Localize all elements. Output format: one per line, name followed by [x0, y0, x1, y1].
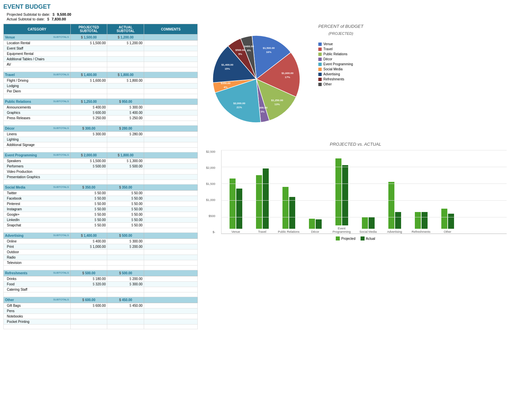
bar-group: Event Programming — [331, 158, 353, 233]
table-row — [4, 292, 198, 297]
pie-pct-label: 21% — [237, 106, 242, 109]
pie-pct-label: 13% — [274, 103, 280, 106]
bar-title: PROJECTED vs. ACTUAL — [204, 142, 507, 147]
legend-color — [318, 78, 322, 81]
pie-label: $1,500.00 — [263, 47, 275, 50]
pie-pct-label: 6% — [247, 49, 251, 52]
bar-actual — [369, 217, 375, 229]
pie-label: $2,000.00 — [233, 102, 245, 105]
legend-item: Advertising — [318, 72, 363, 76]
table-row: Additional Signage — [4, 142, 198, 148]
table-row: Graphics $ 600.00 $ 400.00 — [4, 110, 198, 116]
legend-item: Refreshments — [318, 77, 363, 81]
projected-subtotal-value: 9,500.00 — [57, 12, 71, 16]
table-row: Social MediaSUBTOTALS $ 350.00 $ 350.00 — [4, 185, 198, 191]
legend-label: Venue — [323, 42, 333, 46]
table-row: Pinterest $ 50.00 $ 50.00 — [4, 201, 198, 207]
projected-dollar: $ — [53, 12, 55, 16]
page-title: EVENT BUDGET — [3, 3, 507, 10]
bar-legend-item: Projected — [336, 236, 355, 240]
pie-subtitle: (PROJECTED) — [318, 31, 363, 36]
table-row — [4, 148, 198, 152]
legend-item: Social Media — [318, 67, 363, 71]
bar-group: Refreshments — [410, 212, 432, 233]
bar-group-label: Public Relations — [278, 230, 300, 233]
bar-projected — [335, 158, 341, 225]
gridline — [221, 234, 507, 234]
bar-actual — [342, 165, 348, 225]
table-row: Public RelationsSUBTOTALS $ 1,250.00 $ 9… — [4, 99, 198, 105]
table-header: CATEGORY PROJECTED SUBTOTAL ACTUAL SUBTO… — [4, 24, 198, 34]
y-axis-label: $2,500 — [206, 150, 215, 153]
pie-pct-label: 16% — [266, 51, 271, 54]
table-row: Pocket Printing — [4, 319, 198, 325]
bar-projected — [415, 212, 421, 229]
legend-item: Event Programming — [318, 62, 363, 66]
bar-group: Advertising — [384, 182, 405, 233]
pie-label: $400.00 — [244, 45, 254, 48]
table-row — [4, 325, 198, 329]
table-row: Notebooks — [4, 314, 198, 319]
legend-color — [318, 43, 322, 46]
bar-actual — [448, 214, 454, 229]
table-row: Speakers $ 1,500.00 $ 1,300.00 — [4, 158, 198, 164]
bar-group: Décor — [304, 219, 326, 233]
table-row — [4, 266, 198, 270]
legend-label: Décor — [323, 57, 332, 61]
bar-group: Other — [437, 209, 458, 233]
table-row: OtherSUBTOTALS $ 600.00 $ 450.00 — [4, 297, 198, 303]
bar-projected — [282, 187, 289, 229]
pie-pct-label: 17% — [285, 76, 290, 79]
actual-dollar: $ — [47, 17, 49, 21]
bar-legend-label: Actual — [366, 237, 375, 240]
table-row — [4, 94, 198, 99]
table-row: Per Diem — [4, 89, 198, 94]
bar-actual — [236, 189, 242, 229]
table-row: Gift Bags $ 600.00 $ 450.00 — [4, 303, 198, 308]
legend-color — [318, 53, 322, 56]
y-axis-label: $- — [213, 230, 215, 234]
pie-label: $500.00 — [235, 49, 245, 52]
table-row: Performers $ 500.00 $ 500.00 — [4, 164, 198, 169]
bar-group-label: Event Programming — [331, 227, 353, 233]
legend-color — [318, 63, 322, 66]
bar-projected — [230, 179, 236, 229]
pie-chart: $1,500.0016%$1,600.0017%$1,250.0013%$300… — [204, 24, 312, 132]
table-row: Lighting — [4, 137, 198, 142]
header-actual: ACTUAL SUBTOTAL — [107, 24, 144, 34]
legend-label: Event Programming — [323, 62, 353, 66]
pie-pct-label: 15% — [225, 67, 230, 70]
table-row: Lodging — [4, 83, 198, 89]
y-axis-label: $2,000 — [206, 166, 215, 169]
budget-table: CATEGORY PROJECTED SUBTOTAL ACTUAL SUBTO… — [3, 24, 198, 329]
table-row: Additional Tables / Chairs — [4, 57, 198, 62]
bar-legend-label: Projected — [341, 237, 355, 240]
table-row: Print $ 1,000.00 $ 200.00 — [4, 244, 198, 250]
legend-label: Social Media — [323, 67, 342, 71]
legend-label: Public Relations — [323, 52, 347, 56]
table-row — [4, 121, 198, 126]
table-row: Instagram $ 50.00 $ 50.00 — [4, 207, 198, 212]
table-row: Snapchat $ 50.00 $ 50.00 — [4, 223, 198, 228]
pie-pct-label: 3% — [261, 110, 265, 113]
bar-group: Social Media — [357, 217, 379, 233]
legend-label: Refreshments — [323, 77, 344, 81]
actual-subtotal-value: 7,830.00 — [52, 17, 66, 21]
actual-subtotal-row: Actual Subtotal to date: $ 7,830.00 — [3, 17, 507, 21]
table-row: Pens — [4, 308, 198, 314]
pie-pct-label: 4% — [224, 86, 228, 89]
bar-group-label: Venue — [225, 230, 247, 233]
table-row: TravelSUBTOTALS $ 1,400.00 $ 1,800.00 — [4, 72, 198, 78]
bar-group-label: Social Media — [357, 230, 379, 233]
table-row: Twitter $ 50.00 $ 50.00 — [4, 191, 198, 196]
table-row: Google+ $ 50.00 $ 50.00 — [4, 212, 198, 217]
bar-projected — [388, 182, 394, 229]
table-row: Television — [4, 260, 198, 266]
legend-item: Other — [318, 82, 363, 86]
y-axis-label: $1,000 — [206, 198, 215, 202]
legend-color — [318, 68, 322, 71]
bar-legend-color — [361, 236, 365, 240]
pie-label: $1,400.00 — [221, 63, 234, 66]
table-row: VenueSUBTOTALS $ 1,500.00 $ 1,200.00 — [4, 34, 198, 41]
table-row — [4, 180, 198, 185]
